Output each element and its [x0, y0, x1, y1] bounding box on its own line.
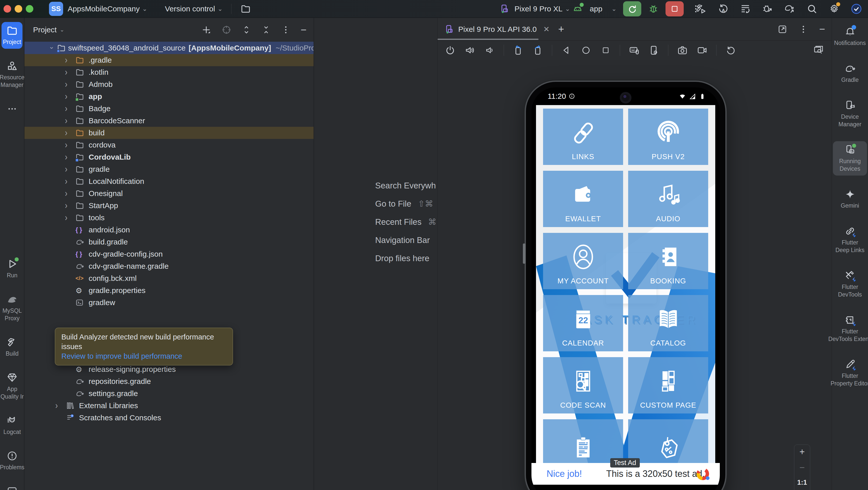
tree-row[interactable]: › { } </> ⚙ gradle.properties: [25, 284, 314, 297]
tile-catalog[interactable]: CATALOG: [628, 295, 708, 351]
panel-options-icon[interactable]: [799, 25, 808, 34]
sidebar-item-terminal[interactable]: Terminal: [1, 483, 23, 490]
sidebar-item-project[interactable]: Project: [1, 22, 23, 49]
sidebar-item-logcat[interactable]: Logcat: [1, 412, 23, 439]
tree-row[interactable]: › { } </> ⚙ External Libraries: [25, 400, 314, 412]
gradle-sync-icon[interactable]: [784, 3, 795, 14]
android-home-button[interactable]: [581, 45, 592, 56]
sidebar-item-flutter-devtools-extensions[interactable]: Flutter DevTools Extens: [833, 311, 867, 346]
sidebar-item-notifications[interactable]: Notifications: [833, 23, 867, 50]
tree-row[interactable]: › { } </> ⚙ gradlew: [25, 297, 314, 309]
sidebar-item-flutter-deep-links[interactable]: Flutter Deep Links: [833, 222, 867, 257]
tile-my-account[interactable]: MY ACCOUNT: [543, 233, 623, 289]
tile-code-scan[interactable]: CODE SCAN: [543, 357, 623, 414]
rotate-right-button[interactable]: [532, 45, 543, 56]
sidebar-item-app-quality-insights[interactable]: App Quality Ir: [1, 369, 23, 403]
hide-panel-button[interactable]: −: [819, 24, 825, 35]
device-settings-button[interactable]: [648, 45, 659, 56]
ui-inspect-button[interactable]: [813, 45, 824, 56]
sidebar-item-running-devices[interactable]: Running Devices: [833, 141, 867, 176]
tree-row[interactable]: › { } </> ⚙ cordova: [25, 139, 314, 151]
debug-button[interactable]: [648, 3, 659, 14]
build-run-icon[interactable]: [695, 3, 706, 14]
settings-icon[interactable]: [829, 3, 840, 14]
sidebar-item-gradle[interactable]: Gradle: [833, 60, 867, 87]
window-zoom-button[interactable]: [26, 5, 33, 12]
zoom-out-button[interactable]: −: [799, 463, 805, 472]
open-folder-icon[interactable]: [240, 3, 251, 14]
tree-row[interactable]: › { } </> ⚙ StartApp: [25, 200, 314, 212]
account-avatar[interactable]: [851, 3, 862, 14]
sidebar-item-resource-manager[interactable]: Resource Manager: [1, 57, 23, 92]
locate-file-button[interactable]: [221, 25, 231, 35]
tree-row-root[interactable]: › swiftspeed_36048_android_source [AppsM…: [25, 42, 314, 54]
panel-options-icon[interactable]: [281, 25, 290, 35]
zoom-ratio-button[interactable]: 1:1: [797, 479, 807, 487]
sidebar-item-device-manager[interactable]: Device Manager: [833, 97, 867, 131]
project-switcher[interactable]: AppsMobileCompany: [68, 4, 140, 13]
tile-push-v2[interactable]: PUSH V2: [628, 109, 708, 165]
search-icon[interactable]: [806, 3, 817, 14]
tree-row[interactable]: › { } </> ⚙ app: [25, 90, 314, 102]
expand-all-button[interactable]: [242, 25, 251, 35]
window-close-button[interactable]: [3, 5, 11, 12]
tree-row[interactable]: › { } </> ⚙ settings.gradle: [25, 388, 314, 400]
tab-pixel-9-pro-xl[interactable]: Pixel 9 Pro XL API 36.0 ✕: [437, 24, 550, 34]
sidebar-item-mysql-proxy[interactable]: MySQL Proxy: [1, 291, 23, 325]
attach-debugger-icon[interactable]: [762, 3, 773, 14]
sidebar-item-build[interactable]: Build: [1, 334, 23, 361]
rotate-left-button[interactable]: [513, 45, 524, 56]
sidebar-item-gemini[interactable]: Gemini: [833, 186, 867, 212]
window-minimize-button[interactable]: [14, 5, 22, 12]
tree-row[interactable]: › { } </> ⚙ config.bck.xml: [25, 272, 314, 284]
collapse-all-button[interactable]: [261, 25, 271, 35]
tree-row[interactable]: › { } </> ⚙ tools: [25, 212, 314, 224]
tree-row[interactable]: › { } </> ⚙ .gradle: [25, 54, 314, 66]
hardware-input-button[interactable]: [629, 45, 640, 56]
tile-booking[interactable]: BOOKING: [628, 233, 708, 289]
device-selector[interactable]: Pixel 9 Pro XL: [515, 4, 562, 13]
power-button[interactable]: [444, 45, 456, 56]
apply-changes-icon[interactable]: [717, 3, 728, 14]
run-config-selector[interactable]: app: [590, 4, 602, 13]
tree-row[interactable]: › { } </> ⚙ build.gradle: [25, 236, 314, 248]
reset-view-button[interactable]: [725, 45, 736, 56]
sidebar-item-flutter-devtools[interactable]: Flutter DevTools: [833, 267, 867, 301]
add-button[interactable]: [201, 25, 211, 35]
rerun-button[interactable]: [623, 1, 641, 17]
android-back-button[interactable]: [561, 45, 572, 56]
tree-row[interactable]: › { } </> ⚙ Admob: [25, 78, 314, 90]
vcs-widget[interactable]: Version control: [165, 4, 215, 13]
sidebar-item-flutter-property-editor[interactable]: Flutter Property Editor: [833, 356, 867, 390]
tree-row[interactable]: › { } </> ⚙ LocalNotification: [25, 175, 314, 187]
tree-row[interactable]: › { } </> ⚙ Badge: [25, 102, 314, 115]
tree-row[interactable]: › { } </> ⚙ repositories.gradle: [25, 375, 314, 388]
ad-cta[interactable]: Nice job!: [547, 468, 582, 479]
tree-row[interactable]: › { } </> ⚙ BarcodeScanner: [25, 115, 314, 127]
project-view-selector[interactable]: Project: [33, 26, 57, 34]
hide-panel-button[interactable]: −: [301, 24, 307, 36]
tree-row[interactable]: › { } </> ⚙ cdv-gradle-config.json: [25, 248, 314, 260]
tree-row[interactable]: › { } </> ⚙ gradle: [25, 163, 314, 175]
tree-row[interactable]: › { } </> ⚙ CordovaLib: [25, 151, 314, 163]
volume-up-button[interactable]: [464, 45, 475, 56]
tile-links[interactable]: LINKS: [543, 109, 623, 165]
tree-row[interactable]: › { } </> ⚙ Scratches and Consoles: [25, 412, 314, 424]
volume-down-button[interactable]: [484, 45, 495, 56]
open-in-window-icon[interactable]: [777, 24, 787, 34]
tree-row[interactable]: › { } </> ⚙ .kotlin: [25, 66, 314, 78]
tree-row[interactable]: › { } </> ⚙ build: [25, 127, 314, 139]
tile-discounts[interactable]: [628, 419, 708, 463]
stop-button[interactable]: [665, 1, 684, 17]
tree-row[interactable]: › { } </> ⚙ Onesignal: [25, 187, 314, 200]
tile-audio[interactable]: AUDIO: [628, 171, 708, 227]
tile-forms[interactable]: [543, 419, 623, 463]
sidebar-item-run[interactable]: Run: [1, 255, 23, 282]
review-build-performance-link[interactable]: Review to improve build performance: [61, 351, 226, 361]
zoom-in-button[interactable]: +: [799, 447, 805, 456]
screen-record-button[interactable]: [696, 45, 708, 56]
add-device-tab-button[interactable]: +: [558, 24, 564, 35]
tree-row[interactable]: › { } </> ⚙ android.json: [25, 224, 314, 236]
event-log-icon[interactable]: [740, 3, 751, 14]
tile-custom-page[interactable]: CUSTOM PAGE: [628, 357, 708, 414]
